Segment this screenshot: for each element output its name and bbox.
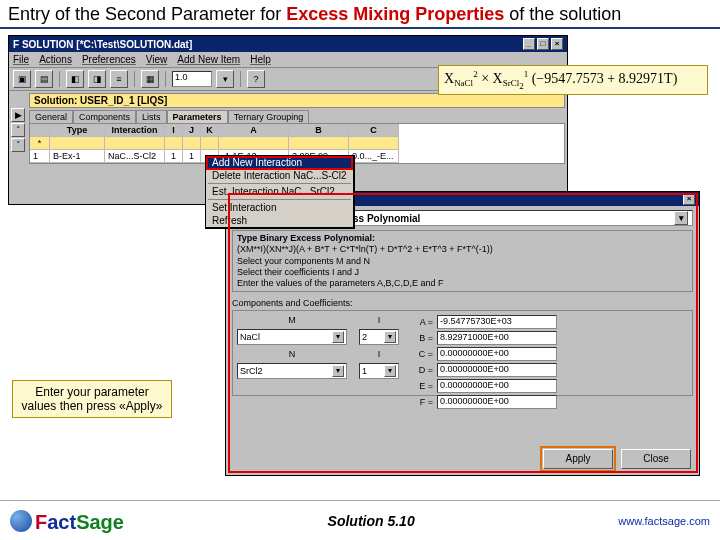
help-line-4: Select their coefficients I and J [237,267,688,278]
window-buttons: _ □ × [523,38,563,50]
instruction-callout: Enter your parameter values then press «… [12,380,172,418]
menu-help[interactable]: Help [250,54,271,65]
ctx-delete-interaction[interactable]: Delete Interaction NaC...S-Cl2 [206,169,353,182]
leftbtn-up[interactable]: ˄ [11,123,25,137]
i-value: 2 [362,332,367,342]
i-header: I [359,315,399,325]
tab-components[interactable]: Components [73,110,136,123]
menu-preferences[interactable]: Preferences [82,54,136,65]
ctx-add-new-interaction[interactable]: Add New Interaction [206,156,353,169]
globe-icon [10,510,32,532]
dialog-buttons: Apply Close [543,449,691,469]
e-label: E = [413,381,433,391]
toolbar-btn-2[interactable]: ▤ [35,70,53,88]
toolbar-sep-2 [134,71,135,87]
f-label: F = [413,397,433,407]
dialog-close-icon[interactable]: × [683,193,695,205]
tab-ternary-grouping[interactable]: Ternary Grouping [228,110,310,123]
menu-view[interactable]: View [146,54,168,65]
apply-button[interactable]: Apply [543,449,613,469]
title-highlight: Excess Mixing Properties [286,4,504,24]
c-label: C = [413,349,433,359]
j-dropdown[interactable]: 1 ▾ [359,363,399,379]
ctx-refresh[interactable]: Refresh [206,214,353,227]
toolbar-btn-1[interactable]: ▣ [13,70,31,88]
b-field[interactable]: 8.92971000E+00 [437,331,557,345]
toolbar-btn-4[interactable]: ◨ [88,70,106,88]
j-value: 1 [362,366,367,376]
ctx-est-interaction[interactable]: Est. Interaction NaC...SrCl2 [206,185,353,198]
factsage-logo: FactSage [10,507,124,534]
j-header: I [359,349,399,359]
help-box: Type Binary Excess Polynomial: (XM**I)(X… [232,230,693,292]
title-prefix: Entry of the Second Parameter for [8,4,286,24]
mn-column: M I NaCl ▾ 2 ▾ N [237,315,399,391]
help-line-1: Type Binary Excess Polynomial: [237,233,688,244]
new-parameter-dialog: New Parameter Entry... × Select: Binary … [225,191,700,476]
help-line-2: (XM**I)(XN**J)(A + B*T + C*T*ln(T) + D*T… [237,244,688,255]
chevron-down-icon-4[interactable]: ▾ [384,365,396,377]
toolbar-btn-3[interactable]: ◧ [66,70,84,88]
maximize-button[interactable]: □ [537,38,549,50]
n-dropdown[interactable]: SrCl2 ▾ [237,363,347,379]
solution-path: Solution: USER_ID_1 [LIQS] [29,93,565,108]
tab-lists[interactable]: Lists [136,110,167,123]
m-value: NaCl [240,332,260,342]
chevron-down-icon[interactable]: ▾ [332,331,344,343]
slide-footer: FactSage Solution 5.10 www.factsage.com [0,500,720,540]
toolbar-help-icon[interactable]: ? [247,70,265,88]
ctx-set-interaction[interactable]: Set Interaction [206,201,353,214]
logo-sage: Sage [76,511,124,534]
tabs: General Components Lists Parameters Tern… [29,110,565,123]
left-buttons: ▶ ˄ ˅ [11,108,25,152]
e-field[interactable]: 0.00000000E+00 [437,379,557,393]
a-field[interactable]: -9.54775730E+03 [437,315,557,329]
m-header: M [237,315,347,325]
coeff-values-column: A =-9.54775730E+03 B =8.92971000E+00 C =… [413,315,557,391]
help-line-3: Select your components M and N [237,256,688,267]
page-number: Solution 5.10 [328,513,415,529]
menu-actions[interactable]: Actions [39,54,72,65]
formula-callout: XNaCl2 × XSrCl21 (−9547.7573 + 8.92971T) [438,65,708,95]
toolbar-btn-6[interactable]: ▦ [141,70,159,88]
toolbar-sep-4 [240,71,241,87]
i-dropdown[interactable]: 2 ▾ [359,329,399,345]
d-label: D = [413,365,433,375]
minimize-button[interactable]: _ [523,38,535,50]
n-value: SrCl2 [240,366,263,376]
a-label: A = [413,317,433,327]
context-menu: Add New Interaction Delete Interaction N… [205,155,355,229]
toolbar-dropdown-icon[interactable]: ▾ [216,70,234,88]
ctx-sep-2 [208,199,351,200]
toolbar-field[interactable]: 1.0 [172,71,212,87]
formula-numeric: (−9547.7573 + 8.92971T) [532,71,678,86]
help-line-5: Enter the values of the parameters A,B,C… [237,278,688,289]
leftbtn-run[interactable]: ▶ [11,108,25,122]
grid-header: Type Interaction I J K A B C [30,124,564,137]
toolbar-sep [59,71,60,87]
ctx-sep-1 [208,183,351,184]
grid-row-marked[interactable]: * [30,137,564,150]
coefficients-area: M I NaCl ▾ 2 ▾ N [232,310,693,396]
menu-add-new-item[interactable]: Add New Item [177,54,240,65]
toolbar-btn-5[interactable]: ≡ [110,70,128,88]
tab-parameters[interactable]: Parameters [167,110,228,123]
app-titlebar: F SOLUTION [*C:\Test\SOLUTION.dat] _ □ × [9,36,567,52]
b-label: B = [413,333,433,343]
close-button[interactable]: × [551,38,563,50]
menu-file[interactable]: File [13,54,29,65]
dropdown-icon[interactable]: ▾ [674,211,688,225]
leftbtn-down[interactable]: ˅ [11,138,25,152]
n-header: N [237,349,347,359]
dialog-body: Select: Binary Excess Polynomial ▾ Type … [226,206,699,475]
logo-act: act [47,511,76,534]
tab-general[interactable]: General [29,110,73,123]
d-field[interactable]: 0.00000000E+00 [437,363,557,377]
logo-f: F [35,511,47,534]
m-dropdown[interactable]: NaCl ▾ [237,329,347,345]
chevron-down-icon-2[interactable]: ▾ [384,331,396,343]
close-button-dialog[interactable]: Close [621,449,691,469]
chevron-down-icon-3[interactable]: ▾ [332,365,344,377]
c-field[interactable]: 0.00000000E+00 [437,347,557,361]
f-field[interactable]: 0.00000000E+00 [437,395,557,409]
